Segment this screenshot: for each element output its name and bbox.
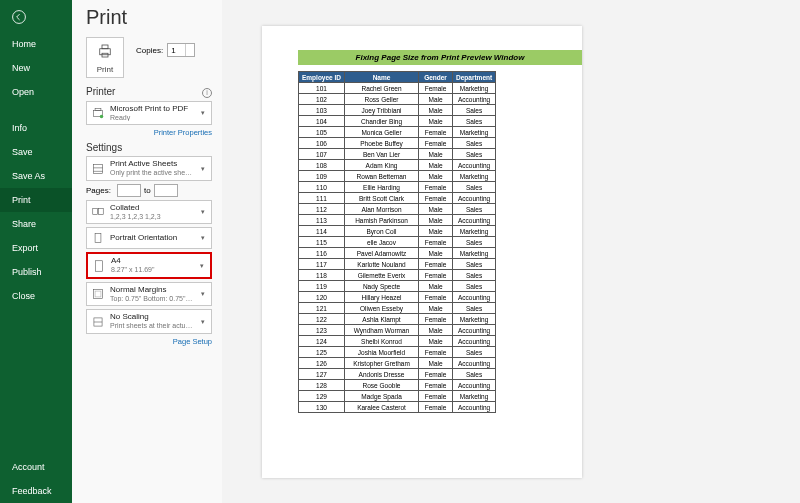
sidebar-item-print[interactable]: Print — [0, 188, 72, 212]
margins-select[interactable]: Normal Margins Top: 0.75" Bottom: 0.75" … — [86, 282, 212, 306]
table-row: 111Britt Scott ClarkFemaleAccounting — [299, 193, 496, 204]
table-row: 113Hamish ParkinsonMaleAccounting — [299, 215, 496, 226]
back-arrow-icon — [12, 10, 26, 24]
table-row: 115elle JacovFemaleSales — [299, 237, 496, 248]
svg-rect-2 — [102, 45, 108, 49]
sidebar-item-feedback[interactable]: Feedback — [0, 479, 72, 503]
table-row: 112Alan MorrisonMaleSales — [299, 204, 496, 215]
table-header: Name — [345, 72, 419, 83]
table-row: 109Rowan BettemanMaleMarketing — [299, 171, 496, 182]
table-row: 124Shelbi KonrodMaleAccounting — [299, 336, 496, 347]
print-what-select[interactable]: Print Active Sheets Only print the activ… — [86, 156, 212, 180]
table-row: 110Ellie HardingFemaleSales — [299, 182, 496, 193]
table-row: 126Kristopher GrethamMaleAccounting — [299, 358, 496, 369]
svg-rect-10 — [93, 209, 98, 215]
svg-rect-13 — [96, 260, 103, 271]
sidebar-item-info[interactable]: Info — [0, 116, 72, 140]
table-row: 118Gilemette EverixFemaleSales — [299, 270, 496, 281]
svg-rect-15 — [95, 291, 101, 297]
table-row: 117Karlotte NoulandFemaleSales — [299, 259, 496, 270]
table-row: 121Oliwen EssebyMaleSales — [299, 303, 496, 314]
sidebar-item-export[interactable]: Export — [0, 236, 72, 260]
chevron-down-icon: ▾ — [199, 234, 207, 242]
svg-rect-7 — [93, 164, 102, 173]
sheet-title: Fixing Page Size from Print Preview Wind… — [298, 50, 582, 65]
table-row: 129Madge SpadaFemaleMarketing — [299, 391, 496, 402]
table-row: 128Rose GoobleFemaleAccounting — [299, 380, 496, 391]
margins-icon — [91, 287, 105, 301]
sidebar-item-new[interactable]: New — [0, 56, 72, 80]
print-button[interactable]: Print — [86, 37, 124, 78]
page-title: Print — [86, 6, 212, 29]
table-row: 104Chandler BingMaleSales — [299, 116, 496, 127]
chevron-down-icon: ▾ — [199, 318, 207, 326]
printer-heading: Printer — [86, 86, 115, 97]
svg-point-6 — [100, 115, 104, 119]
sidebar-item-home[interactable]: Home — [0, 32, 72, 56]
table-row: 122Ashla KlamptFemaleMarketing — [299, 314, 496, 325]
scaling-icon — [91, 315, 105, 329]
portrait-icon — [91, 231, 105, 245]
print-settings-pane: Print Print Copies: 1 Printer i Microsof… — [72, 0, 222, 503]
table-row: 101Rachel GreenFemaleMarketing — [299, 83, 496, 94]
table-row: 119Nady SpecteMaleSales — [299, 281, 496, 292]
printer-icon — [96, 42, 114, 60]
printer-properties-link[interactable]: Printer Properties — [86, 128, 212, 137]
copies-label: Copies: — [136, 46, 163, 55]
orientation-select[interactable]: Portrait Orientation ▾ — [86, 227, 212, 249]
sidebar-item-open[interactable]: Open — [0, 80, 72, 104]
table-row: 127Andonis DresseFemaleSales — [299, 369, 496, 380]
sidebar-item-close[interactable]: Close — [0, 284, 72, 308]
preview-page: Fixing Page Size from Print Preview Wind… — [262, 26, 582, 478]
pages-to-input[interactable] — [154, 184, 178, 197]
paper-size-select[interactable]: A4 8.27" x 11.69" ▾ — [86, 252, 212, 278]
svg-rect-12 — [95, 234, 101, 243]
chevron-down-icon: ▾ — [199, 290, 207, 298]
chevron-down-icon: ▾ — [199, 109, 207, 117]
table-row: 125Joshia MoorfieldFemaleSales — [299, 347, 496, 358]
sidebar-item-publish[interactable]: Publish — [0, 260, 72, 284]
table-header: Department — [453, 72, 496, 83]
printer-ready-icon — [91, 106, 105, 120]
pages-label: Pages: — [86, 186, 114, 195]
collation-select[interactable]: Collated 1,2,3 1,2,3 1,2,3 ▾ — [86, 200, 212, 224]
info-icon[interactable]: i — [202, 88, 212, 98]
backstage-sidebar: Home New Open Info Save Save As Print Sh… — [0, 0, 72, 503]
table-row: 107Ben Van LierMaleSales — [299, 149, 496, 160]
copies-stepper[interactable]: 1 — [167, 43, 195, 57]
back-button[interactable] — [0, 0, 72, 32]
svg-rect-11 — [99, 209, 104, 215]
printer-select[interactable]: Microsoft Print to PDF Ready ▾ — [86, 101, 212, 125]
preview-table: Employee IDNameGenderDepartment 101Rache… — [298, 71, 496, 413]
table-row: 123Wyndham WormanMaleAccounting — [299, 325, 496, 336]
table-row: 103Joey TribbianiMaleSales — [299, 105, 496, 116]
settings-heading: Settings — [86, 142, 122, 153]
svg-rect-1 — [100, 49, 111, 55]
table-row: 130Karalee CasterotFemaleAccounting — [299, 402, 496, 413]
sidebar-item-account[interactable]: Account — [0, 455, 72, 479]
sidebar-item-share[interactable]: Share — [0, 212, 72, 236]
sheets-icon — [91, 162, 105, 176]
page-icon — [92, 259, 106, 273]
sidebar-item-save-as[interactable]: Save As — [0, 164, 72, 188]
chevron-down-icon: ▾ — [199, 165, 207, 173]
table-row: 120Hillary HeazelFemaleAccounting — [299, 292, 496, 303]
table-row: 108Adam KingMaleAccounting — [299, 160, 496, 171]
chevron-down-icon: ▾ — [199, 208, 207, 216]
pages-from-input[interactable] — [117, 184, 141, 197]
print-preview-area: Fixing Page Size from Print Preview Wind… — [222, 0, 800, 503]
table-row: 114Byron CollMaleMarketing — [299, 226, 496, 237]
table-row: 105Monica GellerFemaleMarketing — [299, 127, 496, 138]
chevron-down-icon: ▾ — [198, 262, 206, 270]
svg-rect-5 — [95, 109, 101, 111]
table-row: 106Phoebe BuffeyFemaleSales — [299, 138, 496, 149]
page-setup-link[interactable]: Page Setup — [86, 337, 212, 346]
table-row: 102Ross GellerMaleAccounting — [299, 94, 496, 105]
svg-point-0 — [13, 11, 26, 24]
table-header: Gender — [419, 72, 453, 83]
svg-rect-14 — [93, 290, 102, 299]
collated-icon — [91, 205, 105, 219]
scaling-select[interactable]: No Scaling Print sheets at their actual … — [86, 309, 212, 333]
sidebar-item-save[interactable]: Save — [0, 140, 72, 164]
table-row: 116Pavel AdamowitzMaleMarketing — [299, 248, 496, 259]
